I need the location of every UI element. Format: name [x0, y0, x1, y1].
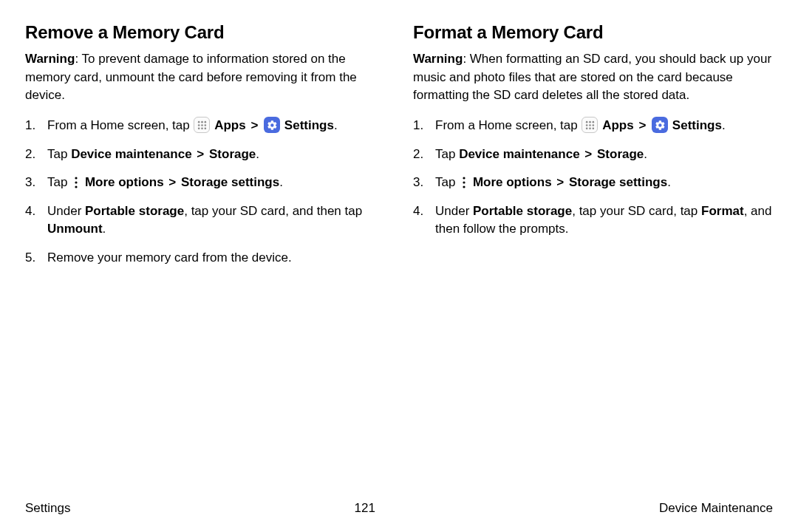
list-item: From a Home screen, tap Apps > Settings.	[25, 117, 385, 135]
step-text: Tap	[47, 147, 71, 161]
footer-right: Device Maintenance	[659, 501, 773, 516]
svg-point-13	[589, 121, 591, 123]
svg-point-2	[205, 121, 207, 123]
chevron-icon: >	[250, 118, 258, 132]
chevron-icon: >	[584, 147, 592, 161]
svg-point-16	[589, 124, 591, 126]
chevron-icon: >	[556, 175, 564, 189]
step-text: From a Home screen, tap	[435, 118, 581, 132]
column-format-memory-card: Format a Memory Card Warning: When forma…	[413, 22, 773, 278]
svg-point-18	[586, 127, 588, 129]
list-item: From a Home screen, tap Apps > Settings.	[413, 117, 773, 135]
step-text: From a Home screen, tap	[47, 118, 193, 132]
bold-text: Device maintenance	[71, 147, 191, 161]
svg-point-7	[201, 127, 203, 129]
svg-point-5	[205, 124, 207, 126]
svg-point-14	[593, 121, 595, 123]
settings-label: Settings	[284, 118, 334, 132]
apps-icon	[582, 117, 598, 133]
page-columns: Remove a Memory Card Warning: To prevent…	[25, 22, 773, 278]
step-text: , tap your SD card, tap	[572, 204, 701, 218]
bold-text: Portable storage	[85, 204, 184, 218]
svg-point-11	[75, 185, 78, 188]
list-item: Tap Device maintenance > Storage.	[413, 146, 773, 164]
page-footer: Settings 121 Device Maintenance	[25, 501, 773, 516]
svg-point-1	[201, 121, 203, 123]
list-item: Tap Device maintenance > Storage.	[25, 146, 385, 164]
warning-text: : When formatting an SD card, you should…	[413, 52, 771, 102]
heading-format: Format a Memory Card	[413, 22, 773, 43]
bold-text: More options	[473, 175, 552, 189]
svg-point-0	[198, 121, 200, 123]
svg-point-15	[586, 124, 588, 126]
svg-point-20	[593, 127, 595, 129]
svg-point-4	[201, 124, 203, 126]
bold-text: Storage settings	[181, 175, 279, 189]
list-item: Under Portable storage, tap your SD card…	[25, 202, 385, 239]
step-text: Tap	[435, 175, 459, 189]
footer-page-number: 121	[355, 501, 375, 516]
step-text: Under	[435, 204, 473, 218]
warning-label: Warning	[413, 52, 463, 66]
bold-text: Format	[701, 204, 744, 218]
period: .	[279, 175, 283, 189]
warning-label: Warning	[25, 52, 75, 66]
bold-text: Storage	[597, 147, 644, 161]
steps-list-format: From a Home screen, tap Apps > Settings.…	[413, 117, 773, 239]
footer-left: Settings	[25, 501, 70, 516]
chevron-icon: >	[638, 118, 646, 132]
list-item: Tap More options > Storage settings.	[25, 174, 385, 192]
bold-text: Portable storage	[473, 204, 572, 218]
bold-text: Unmount	[47, 222, 103, 236]
svg-point-17	[593, 124, 595, 126]
svg-point-23	[463, 185, 466, 188]
apps-icon	[194, 117, 210, 133]
more-options-icon	[72, 176, 81, 189]
svg-point-8	[205, 127, 207, 129]
warning-text: : To prevent damage to information store…	[25, 52, 357, 102]
settings-icon	[652, 117, 668, 133]
settings-label: Settings	[672, 118, 722, 132]
bold-text: Storage	[209, 147, 256, 161]
period: .	[334, 118, 338, 132]
period: .	[256, 147, 259, 161]
step-text: Tap	[435, 147, 459, 161]
period: .	[644, 147, 647, 161]
chevron-icon: >	[197, 147, 204, 161]
settings-icon	[264, 117, 280, 133]
bold-text: Device maintenance	[459, 147, 579, 161]
list-item: Under Portable storage, tap your SD card…	[413, 202, 773, 239]
svg-point-22	[463, 181, 466, 183]
apps-label: Apps	[214, 118, 246, 132]
svg-point-9	[75, 177, 78, 179]
list-item: Remove your memory card from the device.	[25, 249, 385, 267]
svg-point-21	[463, 177, 466, 179]
svg-point-10	[75, 181, 78, 183]
warning-paragraph: Warning: To prevent damage to informatio…	[25, 50, 385, 105]
step-text: Under	[47, 204, 85, 218]
period: .	[103, 222, 106, 236]
list-item: Tap More options > Storage settings.	[413, 174, 773, 192]
step-text: Remove your memory card from the device.	[47, 250, 292, 265]
svg-point-12	[586, 121, 588, 123]
svg-point-19	[589, 127, 591, 129]
step-text: Tap	[47, 175, 71, 189]
column-remove-memory-card: Remove a Memory Card Warning: To prevent…	[25, 22, 385, 278]
heading-remove: Remove a Memory Card	[25, 22, 385, 43]
more-options-icon	[460, 176, 468, 189]
period: .	[722, 118, 726, 132]
apps-label: Apps	[602, 118, 634, 132]
steps-list-remove: From a Home screen, tap Apps > Settings.…	[25, 117, 385, 267]
step-text: , tap your SD card, and then tap	[184, 204, 362, 218]
svg-point-3	[198, 124, 200, 126]
svg-point-6	[198, 127, 200, 129]
bold-text: Storage settings	[569, 175, 667, 189]
warning-paragraph: Warning: When formatting an SD card, you…	[413, 50, 773, 105]
chevron-icon: >	[168, 175, 176, 189]
bold-text: More options	[85, 175, 164, 189]
period: .	[667, 175, 671, 189]
